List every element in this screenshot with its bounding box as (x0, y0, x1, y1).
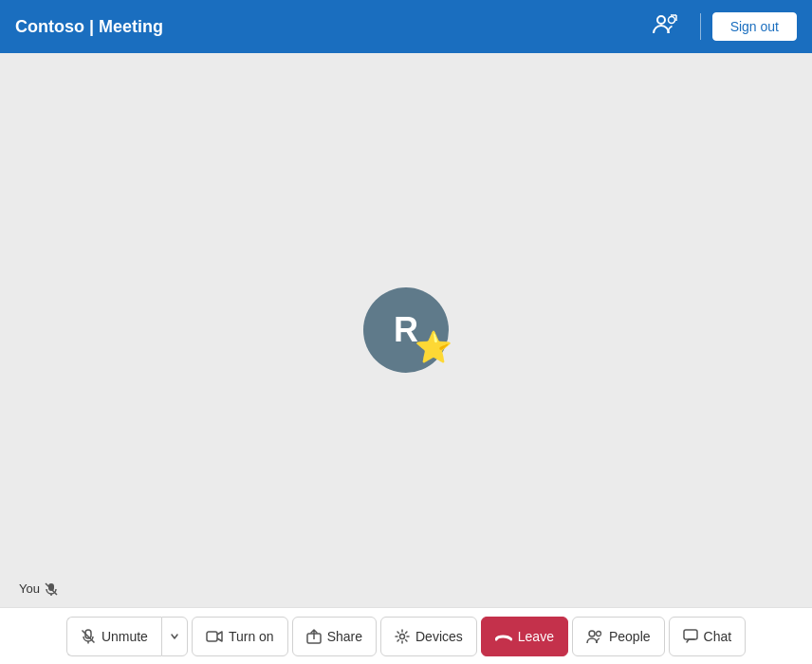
app-title: Contoso | Meeting (15, 17, 653, 37)
muted-icon (45, 582, 58, 596)
unmute-button[interactable]: Unmute (66, 617, 161, 656)
unmute-label: Unmute (102, 629, 148, 644)
avatar-container: R ⭐ (363, 287, 449, 373)
svg-point-1 (668, 17, 674, 24)
people-connected-icon (653, 13, 677, 40)
header-divider (700, 13, 701, 40)
people-icon (586, 629, 603, 644)
people-button[interactable]: People (572, 617, 665, 656)
share-label: Share (327, 629, 362, 644)
leave-button[interactable]: Leave (481, 617, 568, 656)
svg-point-15 (596, 631, 600, 636)
unmute-group: Unmute (66, 617, 188, 656)
meeting-stage: R ⭐ You (0, 53, 812, 607)
unmute-chevron-button[interactable] (161, 617, 188, 656)
people-label: People (609, 629, 651, 644)
avatar-star-emoji: ⭐ (415, 329, 452, 365)
devices-button[interactable]: Devices (380, 617, 477, 656)
leave-label: Leave (518, 629, 554, 644)
avatar: R ⭐ (363, 287, 449, 373)
chat-button[interactable]: Chat (669, 617, 747, 656)
leave-call-icon (495, 630, 512, 643)
share-icon (306, 629, 322, 644)
svg-point-0 (657, 16, 665, 24)
you-label: You (19, 581, 58, 596)
chat-label: Chat (704, 629, 732, 644)
devices-label: Devices (415, 629, 463, 644)
svg-point-13 (400, 634, 405, 638)
meeting-toolbar: Unmute Turn on Share Devices (0, 607, 812, 664)
svg-point-14 (589, 631, 595, 636)
svg-rect-16 (684, 630, 697, 639)
camera-icon (206, 630, 223, 643)
gear-icon (395, 629, 410, 644)
turn-on-label: Turn on (229, 629, 274, 644)
share-button[interactable]: Share (292, 617, 377, 656)
mic-muted-icon (81, 629, 96, 644)
svg-rect-10 (207, 632, 217, 641)
camera-on-button[interactable]: Turn on (192, 617, 288, 656)
header: Contoso | Meeting Sign out (0, 0, 812, 53)
you-text: You (19, 581, 40, 596)
chat-icon (683, 629, 698, 644)
sign-out-button[interactable]: Sign out (712, 12, 797, 41)
chevron-down-icon (170, 632, 179, 641)
